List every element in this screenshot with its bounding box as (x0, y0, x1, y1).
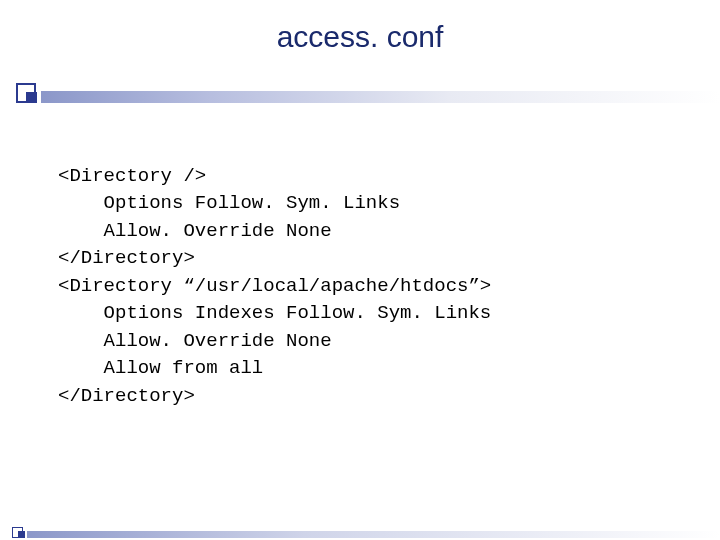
gradient-bar (41, 91, 720, 103)
square-filled-icon (26, 92, 37, 103)
decorative-band (0, 78, 720, 108)
code-line: </Directory> (58, 385, 195, 407)
code-line: Options Follow. Sym. Links (58, 192, 400, 214)
code-line: <Directory /> (58, 165, 206, 187)
slide-title: access. conf (0, 0, 720, 54)
footer-square-filled-icon (18, 531, 25, 538)
code-line: </Directory> (58, 247, 195, 269)
code-line: Allow. Override None (58, 330, 332, 352)
code-block: <Directory /> Options Follow. Sym. Links… (58, 135, 491, 438)
code-line: Options Indexes Follow. Sym. Links (58, 302, 491, 324)
decorative-footer (0, 530, 720, 540)
code-line: Allow. Override None (58, 220, 332, 242)
code-line: <Directory “/usr/local/apache/htdocs”> (58, 275, 491, 297)
footer-gradient-bar (27, 531, 720, 538)
slide: access. conf <Directory /> Options Follo… (0, 0, 720, 540)
code-line: Allow from all (58, 357, 263, 379)
